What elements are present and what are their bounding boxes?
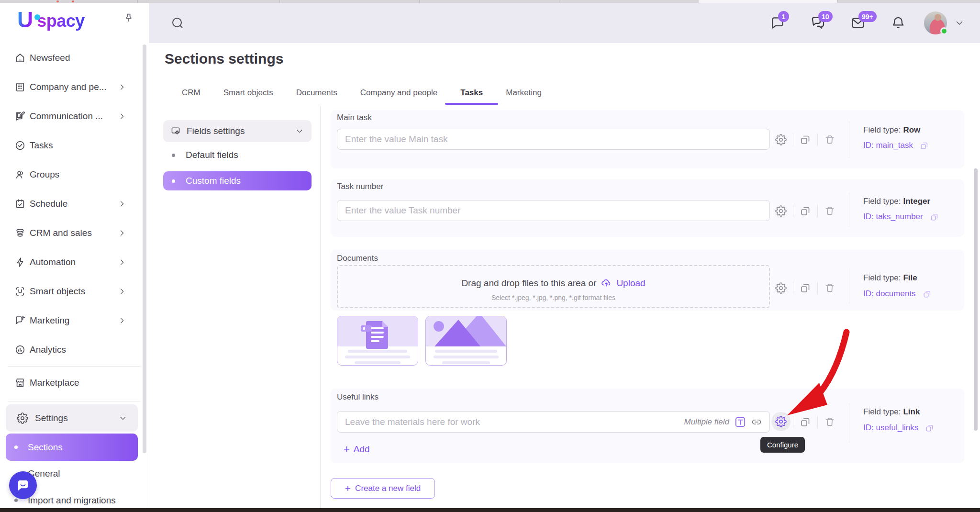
marketing-icon	[14, 315, 26, 326]
sidebar-item-label: Automation	[30, 257, 76, 267]
delete-button[interactable]	[824, 205, 835, 217]
sidebar-item-smart-objects[interactable]: Smart objects	[0, 277, 149, 306]
sidebar-item-sections[interactable]: Sections	[6, 434, 138, 461]
notifications-bell-button[interactable]	[891, 15, 906, 31]
input-placeholder: Enter the value Task number	[345, 205, 461, 216]
divider	[817, 205, 818, 217]
search-icon[interactable]	[170, 16, 185, 30]
document-preview-thumbnail[interactable]	[337, 316, 418, 366]
chat-badge: 1	[778, 11, 789, 22]
tab-documents[interactable]: Documents	[296, 88, 337, 105]
sidebar-item-crm-and-sales[interactable]: CRM and sales	[0, 218, 149, 247]
panel-item-default-fields[interactable]: Default fields	[163, 145, 312, 165]
gear-icon	[17, 412, 28, 424]
tab-smart-objects[interactable]: Smart objects	[223, 88, 273, 105]
divider	[793, 205, 793, 217]
divider	[793, 282, 793, 294]
bullet-icon	[14, 445, 18, 449]
sidebar-item-schedule[interactable]: Schedule	[0, 189, 149, 218]
sidebar-item-label: Sections	[28, 442, 63, 453]
sidebar-item-marketing[interactable]: Marketing	[0, 306, 149, 335]
useful-links-input[interactable]: Leave the materials here for work Multip…	[337, 411, 770, 433]
sidebar-item-settings[interactable]: Settings	[6, 404, 138, 432]
sidebar-item-label: Marketplace	[30, 378, 79, 388]
upload-link[interactable]: Upload	[616, 278, 645, 289]
tab-marketing[interactable]: Marketing	[506, 88, 542, 105]
logo-letter: U	[17, 8, 33, 32]
tab-company-and-people[interactable]: Company and people	[360, 88, 438, 105]
sidebar-item-tasks[interactable]: Tasks	[0, 131, 149, 160]
bullet-icon	[172, 179, 175, 183]
field-card-main-task: Main task Enter the value Main task Fiel…	[331, 110, 964, 168]
chat-button[interactable]: 1	[770, 15, 785, 31]
create-new-field-button[interactable]: + Create a new field	[331, 478, 435, 499]
uspacy-logo[interactable]: U spacy	[17, 7, 85, 32]
chevron-right-icon	[118, 229, 126, 237]
divider	[817, 282, 818, 294]
duplicate-button[interactable]	[800, 416, 811, 428]
tab-crm[interactable]: CRM	[182, 88, 200, 105]
analytics-icon	[14, 344, 26, 356]
chevron-right-icon	[118, 258, 126, 267]
fields-settings-icon	[170, 126, 181, 136]
sidebar-item-analytics[interactable]: Analytics	[0, 335, 149, 364]
main-area: 1 10 99+ Sections settings CRM Smart obj…	[149, 3, 980, 508]
sidebar-item-marketplace[interactable]: Marketplace	[0, 368, 149, 397]
copy-id-button[interactable]	[925, 423, 934, 433]
duplicate-button[interactable]	[800, 134, 811, 145]
duplicate-button[interactable]	[800, 282, 811, 294]
marketplace-icon	[14, 377, 26, 389]
user-avatar[interactable]	[924, 11, 947, 34]
configure-gear-button[interactable]	[771, 412, 791, 431]
copy-id-button[interactable]	[923, 289, 932, 299]
panel-item-custom-fields[interactable]: Custom fields	[163, 171, 312, 190]
main-task-input[interactable]: Enter the value Main task	[337, 129, 770, 150]
field-type: Field type:File	[863, 273, 917, 283]
sidebar-item-automation[interactable]: Automation	[0, 247, 149, 277]
mail-button[interactable]: 99+	[850, 15, 866, 31]
sidebar-item-newsfeed[interactable]: Newsfeed	[0, 43, 149, 72]
divider	[320, 106, 321, 508]
input-right-tools: Multiple field	[684, 416, 762, 428]
text-type-icon[interactable]	[734, 416, 746, 428]
file-dropzone[interactable]: Drag and drop files to this area or Uplo…	[337, 265, 770, 308]
sidebar-scrollbar[interactable]	[143, 45, 146, 453]
group-chats-button[interactable]: 10	[810, 15, 825, 31]
schedule-icon	[14, 198, 26, 210]
pin-sidebar-icon[interactable]	[122, 12, 135, 25]
sidebar-item-communication[interactable]: Communication ...	[0, 101, 149, 131]
delete-button[interactable]	[824, 282, 835, 294]
chevron-right-icon	[118, 316, 126, 325]
sidebar-item-groups[interactable]: Groups	[0, 160, 149, 189]
page-scrollbar[interactable]	[974, 168, 978, 431]
chevron-down-icon[interactable]	[955, 18, 964, 28]
copy-id-button[interactable]	[920, 141, 929, 150]
field-card-useful-links: Useful links Leave the materials here fo…	[331, 389, 964, 463]
chevron-down-icon	[295, 127, 304, 135]
plus-icon: +	[344, 444, 350, 455]
delete-button[interactable]	[824, 134, 835, 145]
divider	[793, 134, 793, 146]
chevron-right-icon	[118, 112, 126, 121]
image-preview-thumbnail[interactable]	[425, 316, 507, 366]
delete-button[interactable]	[824, 416, 835, 428]
sidebar-item-company-and-people[interactable]: Company and pe...	[0, 72, 149, 101]
crm-icon	[14, 227, 26, 239]
field-type: Field type:Link	[863, 407, 920, 417]
fields-settings-header[interactable]: Fields settings	[163, 120, 312, 142]
tab-tasks[interactable]: Tasks	[460, 88, 483, 105]
support-chat-button[interactable]	[9, 471, 37, 499]
divider	[849, 192, 849, 226]
link-icon[interactable]	[751, 417, 762, 427]
configure-gear-button[interactable]	[775, 134, 787, 145]
configure-gear-button[interactable]	[775, 282, 787, 294]
copy-id-button[interactable]	[930, 212, 939, 222]
configure-gear-button[interactable]	[775, 205, 787, 217]
add-value-button[interactable]: + Add	[344, 444, 370, 455]
document-illustration	[337, 316, 418, 346]
task-number-input[interactable]: Enter the value Task number	[337, 200, 770, 221]
input-placeholder: Enter the value Main task	[345, 134, 447, 145]
smart-objects-icon	[14, 286, 26, 297]
duplicate-button[interactable]	[800, 205, 811, 217]
field-type: Field type:Row	[863, 125, 920, 135]
